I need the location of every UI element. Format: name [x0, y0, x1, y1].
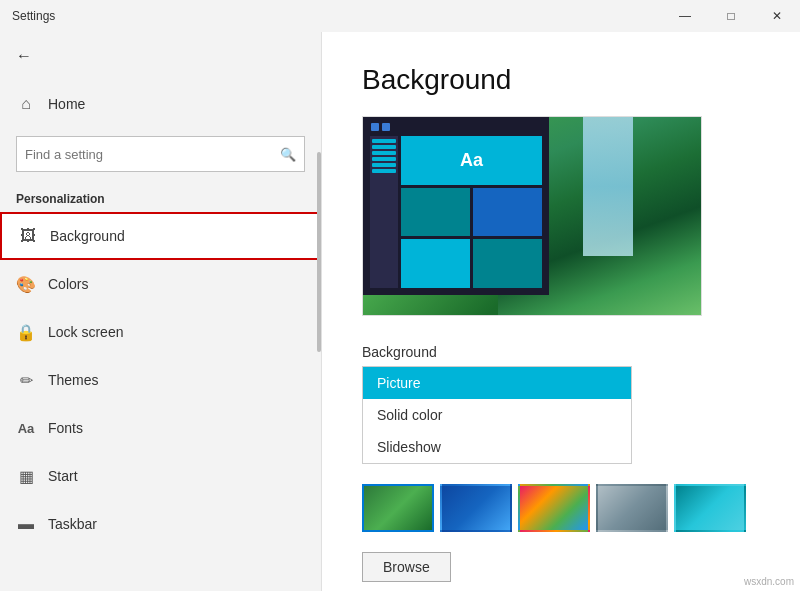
- taskbar-dot: [382, 123, 390, 131]
- start-icon: ▦: [16, 467, 36, 486]
- section-label: Personalization: [0, 180, 321, 212]
- close-button[interactable]: ✕: [754, 0, 800, 32]
- titlebar: Settings — □ ✕: [0, 0, 800, 32]
- watermark: wsxdn.com: [744, 576, 794, 587]
- search-input[interactable]: [25, 147, 280, 162]
- tile-row-3: [401, 239, 542, 288]
- thumbnail-2[interactable]: [440, 484, 512, 532]
- tile-row: Aa: [401, 136, 542, 185]
- thumbnail-row: [362, 484, 760, 532]
- sidebar-item-background-label: Background: [50, 228, 125, 244]
- maximize-button[interactable]: □: [708, 0, 754, 32]
- preview-windows-overlay: Aa: [363, 117, 549, 295]
- tile-row-2: [401, 188, 542, 237]
- taskbar-dot: [371, 123, 379, 131]
- option-slideshow[interactable]: Slideshow: [363, 431, 631, 463]
- sidebar-item-fonts[interactable]: Aa Fonts: [0, 404, 321, 452]
- sidebar-row: [372, 139, 396, 143]
- sidebar-nav-top: ←: [0, 32, 321, 80]
- preview-tile-aa: Aa: [401, 136, 542, 185]
- sidebar-item-start-label: Start: [48, 468, 78, 484]
- sidebar-item-colors[interactable]: 🎨 Colors: [0, 260, 321, 308]
- preview-sidebar-mini: [370, 136, 398, 288]
- preview-taskbar: [367, 121, 545, 133]
- sidebar-item-home[interactable]: ⌂ Home: [0, 80, 321, 128]
- thumbnail-3[interactable]: [518, 484, 590, 532]
- themes-icon: ✏: [16, 371, 36, 390]
- back-button[interactable]: ←: [16, 47, 32, 65]
- thumbnail-1[interactable]: [362, 484, 434, 532]
- minimize-button[interactable]: —: [662, 0, 708, 32]
- sidebar-item-lock-screen[interactable]: 🔒 Lock screen: [0, 308, 321, 356]
- search-box[interactable]: 🔍: [16, 136, 305, 172]
- sidebar-item-fonts-label: Fonts: [48, 420, 83, 436]
- preview-tiles: Aa: [401, 136, 542, 288]
- back-icon: ←: [16, 47, 32, 65]
- app-title: Settings: [12, 9, 55, 23]
- thumbnail-5[interactable]: [674, 484, 746, 532]
- sidebar-item-themes-label: Themes: [48, 372, 99, 388]
- preview-tile-small-3: [401, 239, 470, 288]
- preview-window-area: Aa: [367, 133, 545, 291]
- browse-button[interactable]: Browse: [362, 552, 451, 582]
- preview-tile-small-4: [473, 239, 542, 288]
- sidebar-row: [372, 157, 396, 161]
- app-container: ← ⌂ Home 🔍 Personalization 🖼 Background …: [0, 32, 800, 591]
- main-content: Background: [322, 32, 800, 591]
- background-dropdown[interactable]: Picture Solid color Slideshow: [362, 366, 632, 464]
- sidebar-item-start[interactable]: ▦ Start: [0, 452, 321, 500]
- sidebar-item-lock-screen-label: Lock screen: [48, 324, 123, 340]
- search-icon: 🔍: [280, 147, 296, 162]
- page-title: Background: [362, 64, 760, 96]
- sidebar-item-taskbar-label: Taskbar: [48, 516, 97, 532]
- preview-waterfall-water: [583, 117, 634, 256]
- sidebar-row: [372, 163, 396, 167]
- sidebar-row: [372, 145, 396, 149]
- sidebar-row: [372, 169, 396, 173]
- sidebar-item-background[interactable]: 🖼 Background: [0, 212, 321, 260]
- sidebar-item-taskbar[interactable]: ▬ Taskbar: [0, 500, 321, 548]
- preview-tile-small-2: [473, 188, 542, 237]
- fonts-icon: Aa: [16, 421, 36, 436]
- taskbar-icon: ▬: [16, 515, 36, 533]
- option-picture[interactable]: Picture: [363, 367, 631, 399]
- colors-icon: 🎨: [16, 275, 36, 294]
- window-controls: — □ ✕: [662, 0, 800, 32]
- home-label: Home: [48, 96, 85, 112]
- sidebar-item-themes[interactable]: ✏ Themes: [0, 356, 321, 404]
- sidebar-row: [372, 151, 396, 155]
- scroll-indicator: [317, 152, 321, 352]
- sidebar: ← ⌂ Home 🔍 Personalization 🖼 Background …: [0, 32, 322, 591]
- preview-area: Aa: [362, 116, 702, 316]
- background-icon: 🖼: [18, 227, 38, 245]
- preview-tile-small-1: [401, 188, 470, 237]
- lock-screen-icon: 🔒: [16, 323, 36, 342]
- option-solid-color[interactable]: Solid color: [363, 399, 631, 431]
- home-icon: ⌂: [16, 95, 36, 113]
- sidebar-item-colors-label: Colors: [48, 276, 88, 292]
- thumbnail-4[interactable]: [596, 484, 668, 532]
- background-dropdown-label: Background: [362, 344, 760, 360]
